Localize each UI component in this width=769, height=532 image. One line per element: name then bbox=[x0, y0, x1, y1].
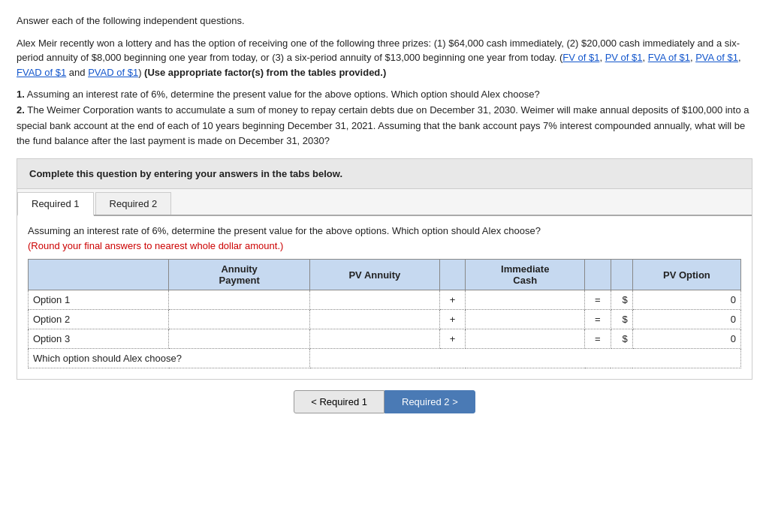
intro-questions: 1. Assuming an interest rate of 6%, dete… bbox=[17, 87, 752, 149]
complete-box: Complete this question by entering your … bbox=[17, 158, 752, 189]
option1-immediate-cell[interactable] bbox=[466, 290, 585, 310]
option2-dollar: $ bbox=[611, 310, 632, 329]
option2-immediate-cell[interactable] bbox=[466, 310, 585, 329]
table-row: Option 3 + = $ 0 bbox=[29, 329, 741, 349]
option2-annuity-cell[interactable] bbox=[169, 310, 309, 329]
next-button[interactable]: Required 2 > bbox=[384, 390, 475, 413]
option3-equals: = bbox=[585, 329, 611, 349]
option1-pv-option: 0 bbox=[632, 290, 740, 310]
tabs-container: Required 1 Required 2 Assuming an intere… bbox=[17, 189, 752, 380]
th-annuity: AnnuityPayment bbox=[169, 260, 309, 290]
nav-buttons: < Required 1 Required 2 > bbox=[17, 390, 752, 413]
which-option-label: Which option should Alex choose? bbox=[29, 349, 310, 368]
option2-annuity-input[interactable] bbox=[173, 314, 304, 325]
link-pva[interactable]: PVA of $1 bbox=[695, 52, 738, 63]
intro-p2: Alex Meir recently won a lottery and has… bbox=[17, 36, 752, 80]
option3-pv-annuity-cell[interactable] bbox=[309, 329, 439, 349]
th-pv-option: PV Option bbox=[632, 260, 740, 290]
option1-pv-annuity-cell[interactable] bbox=[309, 290, 439, 310]
link-fva[interactable]: FVA of $1 bbox=[648, 52, 690, 63]
option2-plus: + bbox=[439, 310, 466, 329]
th-pv-annuity: PV Annuity bbox=[309, 260, 439, 290]
intro-p1: Answer each of the following independent… bbox=[17, 14, 752, 29]
which-option-answer-cell[interactable] bbox=[309, 349, 740, 368]
option3-pv-annuity-input[interactable] bbox=[315, 333, 435, 344]
option2-immediate-input[interactable] bbox=[470, 314, 580, 325]
th-immediate: ImmediateCash bbox=[466, 260, 585, 290]
option1-annuity-input[interactable] bbox=[173, 294, 304, 305]
option1-pv-annuity-input[interactable] bbox=[315, 294, 435, 305]
option1-dollar: $ bbox=[611, 290, 632, 310]
table-row: Option 2 + = $ 0 bbox=[29, 310, 741, 329]
option3-plus: + bbox=[439, 329, 466, 349]
option1-immediate-input[interactable] bbox=[470, 294, 580, 305]
link-fvad[interactable]: FVAD of $1 bbox=[17, 67, 66, 78]
intro-section: Answer each of the following independent… bbox=[17, 14, 752, 149]
option3-pv-option: 0 bbox=[632, 329, 740, 349]
link-pv[interactable]: PV of $1 bbox=[605, 52, 643, 63]
tab-question-text: Assuming an interest rate of 6%, determi… bbox=[28, 224, 741, 253]
prev-button[interactable]: < Required 1 bbox=[294, 390, 384, 413]
option3-annuity-input[interactable] bbox=[173, 333, 304, 344]
th-blank bbox=[29, 260, 169, 290]
option2-label: Option 2 bbox=[29, 310, 169, 329]
th-plus bbox=[439, 260, 466, 290]
link-pvad[interactable]: PVAD of $1 bbox=[88, 67, 138, 78]
option3-immediate-input[interactable] bbox=[470, 333, 580, 344]
option2-equals: = bbox=[585, 310, 611, 329]
tab-required1[interactable]: Required 1 bbox=[17, 192, 94, 216]
option3-label: Option 3 bbox=[29, 329, 169, 349]
options-table: AnnuityPayment PV Annuity ImmediateCash … bbox=[28, 259, 741, 368]
th-dollar bbox=[611, 260, 632, 290]
which-option-answer-input[interactable] bbox=[315, 353, 736, 364]
option2-pv-option: 0 bbox=[632, 310, 740, 329]
tabs-row: Required 1 Required 2 bbox=[17, 189, 752, 216]
tab-required2[interactable]: Required 2 bbox=[95, 192, 172, 215]
option3-annuity-cell[interactable] bbox=[169, 329, 309, 349]
option3-immediate-cell[interactable] bbox=[466, 329, 585, 349]
option1-equals: = bbox=[585, 290, 611, 310]
option2-pv-annuity-cell[interactable] bbox=[309, 310, 439, 329]
option1-annuity-cell[interactable] bbox=[169, 290, 309, 310]
link-fv[interactable]: FV of $1 bbox=[562, 52, 599, 63]
option2-pv-annuity-input[interactable] bbox=[315, 314, 435, 325]
option3-dollar: $ bbox=[611, 329, 632, 349]
table-row: Option 1 + = $ 0 bbox=[29, 290, 741, 310]
th-equals bbox=[585, 260, 611, 290]
tab1-content: Assuming an interest rate of 6%, determi… bbox=[17, 216, 752, 379]
which-option-row: Which option should Alex choose? bbox=[29, 349, 741, 368]
option1-label: Option 1 bbox=[29, 290, 169, 310]
option1-plus: + bbox=[439, 290, 466, 310]
